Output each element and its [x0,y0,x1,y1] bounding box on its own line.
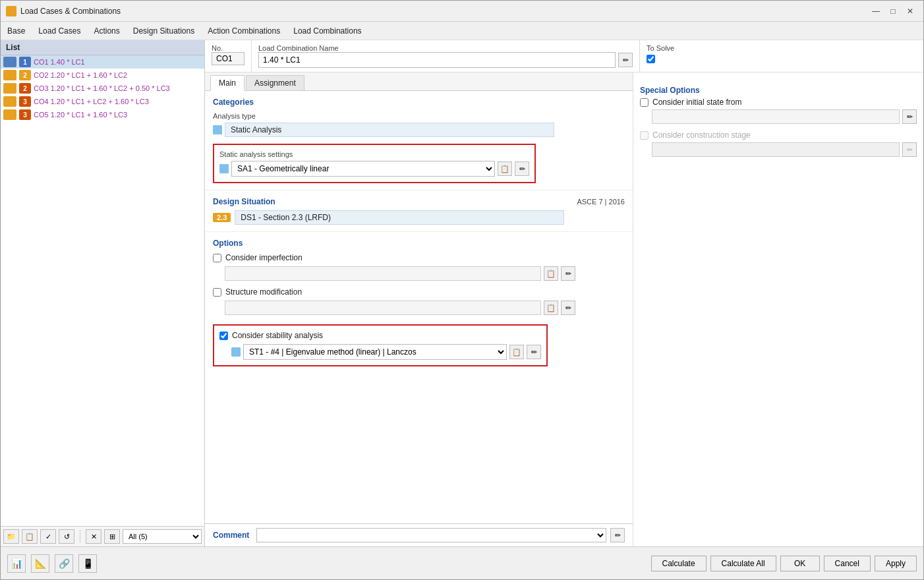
static-settings-label: Static analysis settings [219,150,529,158]
static-settings-indicator [219,164,229,173]
construction-stage-checkbox[interactable] [640,131,649,140]
list-check-button[interactable]: ✓ [40,529,56,544]
list-item[interactable]: 3 CO4 1.20 * LC1 + LC2 + 1.60 * LC3 [1,95,204,108]
bottom-bar: 📊 📐 🔗 📱 Calculate Calculate All OK Cance… [1,546,923,579]
no-input[interactable] [212,52,245,65]
apply-button[interactable]: Apply [875,556,917,571]
list-delete-button[interactable]: ✕ [86,529,101,544]
right-content: No. Load Combination Name ✏ To Solve [205,40,923,546]
name-section: Load Combination Name ✏ [252,40,640,72]
list-panel: List 1 CO1 1.40 * LC1 2 CO2 1.20 * LC1 +… [1,40,205,546]
maximize-button[interactable]: □ [885,3,901,19]
initial-state-edit-btn[interactable]: ✏ [902,109,917,124]
no-label: No. [212,44,245,52]
structure-mod-input-row: 📋 ✏ [225,301,625,315]
app-icon [6,6,16,16]
stability-box: Consider stability analysis ST1 - #4 | E… [213,324,548,366]
calculate-all-button[interactable]: Calculate All [710,556,776,571]
list-view-button[interactable]: ⊞ [104,529,120,544]
menu-load-combinations[interactable]: Load Combinations [287,24,368,38]
static-settings-select[interactable]: SA1 - Geometrically linear [231,161,495,177]
calc-icon-button[interactable]: 📱 [78,554,97,573]
list-copy-button[interactable]: 📋 [22,529,38,544]
static-settings-row: SA1 - Geometrically linear 📋 ✏ [219,161,529,177]
initial-state-input[interactable] [652,109,900,124]
structure-mod-checkbox[interactable] [213,288,221,297]
construction-stage-edit-btn[interactable]: ✏ [902,142,917,157]
structure-mod-row: Structure modification [213,287,625,297]
imperfection-copy-btn[interactable]: 📋 [544,266,558,281]
stability-row: Consider stability analysis [219,331,541,340]
list-row-text-2: CO2 1.20 * LC1 + 1.60 * LC2 [34,71,127,79]
name-input[interactable] [258,52,616,68]
structure-mod-input[interactable] [225,301,541,315]
stability-checkbox[interactable] [219,332,228,340]
tab-main[interactable]: Main [210,75,245,91]
calculate-button[interactable]: Calculate [651,556,707,571]
close-button[interactable]: ✕ [902,3,918,19]
list-filter-select[interactable]: All (5) [123,529,202,544]
cancel-button[interactable]: Cancel [824,556,871,571]
link-icon-button[interactable]: 🔗 [55,554,73,573]
menu-design-situations[interactable]: Design Situations [127,24,201,38]
static-settings-copy-button[interactable]: 📋 [498,161,512,176]
list-add-button[interactable]: 📁 [3,529,19,544]
list-item[interactable]: 3 CO5 1.20 * LC1 + 1.60 * LC3 [1,108,204,121]
stability-edit-btn[interactable]: ✏ [527,345,541,359]
list-item[interactable]: 1 CO1 1.40 * LC1 [1,55,204,69]
analysis-type-indicator [213,125,222,134]
ds-value-row: 2.3 DS1 - Section 2.3 (LRFD) [213,210,625,225]
design-situation-section: Design Situation ASCE 7 | 2016 2.3 DS1 -… [205,190,633,232]
ok-button[interactable]: OK [780,556,820,571]
imperfection-input-row: 📋 ✏ [225,266,625,281]
ds-standard: ASCE 7 | 2016 [577,198,625,206]
list-item[interactable]: 2 CO2 1.20 * LC1 + 1.60 * LC2 [1,69,204,82]
stability-label: Consider stability analysis [232,331,323,340]
main-content: List 1 CO1 1.40 * LC1 2 CO2 1.20 * LC1 +… [1,40,923,546]
tab-assignment[interactable]: Assignment [246,75,304,90]
structure-mod-edit-btn[interactable]: ✏ [561,301,575,315]
comment-edit-btn[interactable]: ✏ [610,528,625,542]
menu-load-cases[interactable]: Load Cases [32,24,87,38]
ds-title-row: Design Situation ASCE 7 | 2016 [213,197,625,206]
initial-state-checkbox[interactable] [640,98,649,107]
static-settings-edit-button[interactable]: ✏ [515,161,529,176]
list-badge-4: 3 [19,96,31,107]
structure-mod-copy-btn[interactable]: 📋 [544,301,558,315]
imperfection-input[interactable] [225,266,541,281]
menu-action-combinations[interactable]: Action Combinations [201,24,287,38]
menu-actions[interactable]: Actions [87,24,126,38]
top-header: No. Load Combination Name ✏ To Solve [205,40,923,72]
list-header: List [1,40,204,55]
options-section: Options Consider imperfection 📋 ✏ [205,232,633,373]
stability-copy-btn[interactable]: 📋 [509,345,524,359]
list-refresh-button[interactable]: ↺ [59,529,74,544]
list-badge-2: 2 [19,70,31,80]
list-footer: 📁 📋 ✓ ↺ ✕ ⊞ All (5) [1,526,204,546]
to-solve-checkbox[interactable] [647,55,655,63]
ds-badge: 2.3 [213,213,231,222]
imperfection-row: Consider imperfection [213,253,625,262]
initial-state-input-row: ✏ [652,109,917,124]
special-panel: Special Options Consider initial state f… [633,72,923,546]
list-item[interactable]: 2 CO3 1.20 * LC1 + 1.60 * LC2 + 0.50 * L… [1,82,204,95]
table-icon-button[interactable]: 📐 [31,554,49,573]
comment-section: Comment ✏ [205,523,633,546]
minimize-button[interactable]: — [868,3,884,19]
list-body: 1 CO1 1.40 * LC1 2 CO2 1.20 * LC1 + 1.60… [1,55,204,526]
window-controls: — □ ✕ [868,3,918,19]
imperfection-checkbox[interactable] [213,254,221,262]
main-window: Load Cases & Combinations — □ ✕ Base Loa… [0,0,924,580]
stability-indicator [231,347,241,357]
stability-select-row: ST1 - #4 | Eigenvalue method (linear) | … [231,344,541,360]
imperfection-edit-btn[interactable]: ✏ [561,266,575,281]
menu-base[interactable]: Base [1,24,32,38]
construction-stage-input[interactable] [652,142,900,157]
name-label: Load Combination Name [258,44,633,52]
stability-select[interactable]: ST1 - #4 | Eigenvalue method (linear) | … [243,344,507,360]
name-edit-button[interactable]: ✏ [618,53,633,67]
analysis-type-label: Analysis type [213,112,625,120]
chart-icon-button[interactable]: 📊 [7,554,26,573]
list-row-text-4: CO4 1.20 * LC1 + LC2 + 1.60 * LC3 [34,98,149,105]
comment-select[interactable] [256,528,606,542]
